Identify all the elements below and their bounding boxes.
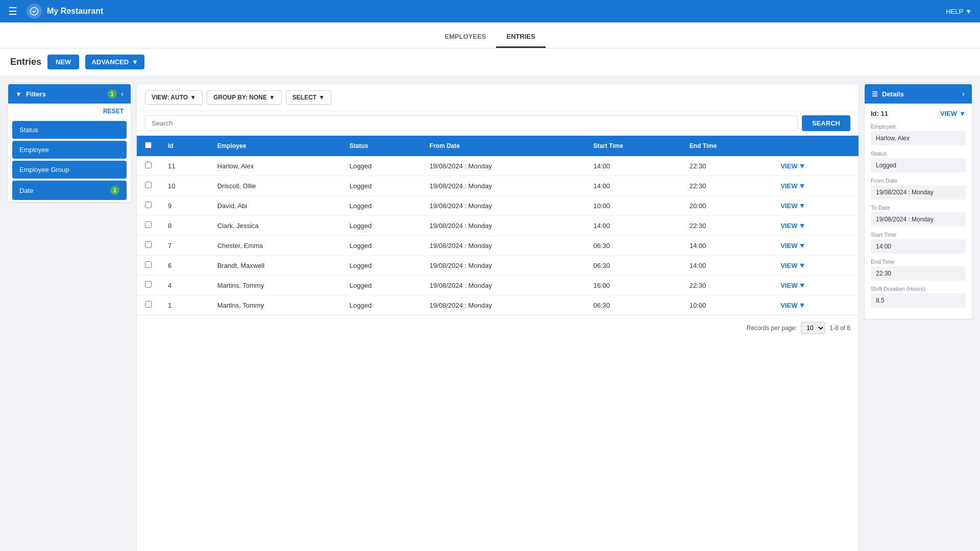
pagination-info: 1-8 of 8 xyxy=(829,324,850,332)
page-title: Entries xyxy=(10,57,41,67)
tab-entries[interactable]: ENTRIES xyxy=(496,27,545,48)
row-view-button[interactable]: VIEW xyxy=(780,222,797,230)
chevron-down-icon: ▼ xyxy=(965,8,972,15)
new-button[interactable]: NEW xyxy=(47,55,79,69)
filter-item-date[interactable]: Date 1 xyxy=(12,181,127,200)
cell-end-time: 14:00 xyxy=(681,236,773,256)
cell-status: Logged xyxy=(341,276,422,295)
cell-id: 9 xyxy=(160,196,209,216)
search-button[interactable]: SEARCH xyxy=(802,115,850,131)
row-checkbox[interactable] xyxy=(145,202,152,208)
top-navigation: ☰ My Restaurant HELP ▼ xyxy=(0,0,980,22)
filters-label: Filters xyxy=(26,90,46,98)
cell-from-date: 19/08/2024 : Monday xyxy=(422,176,585,196)
row-action-dropdown-icon[interactable]: ▼ xyxy=(798,281,805,289)
filters-header: ▼ Filters 1 ‹ xyxy=(8,84,131,104)
row-checkbox[interactable] xyxy=(145,301,152,308)
cell-id: 8 xyxy=(160,216,209,236)
cell-employee: Driscoll, Ollie xyxy=(209,176,341,196)
cell-start-time: 14:00 xyxy=(585,156,681,176)
detail-field-value: 14:00 xyxy=(871,239,966,254)
select-all-checkbox[interactable] xyxy=(145,142,152,148)
chevron-down-icon: ▼ xyxy=(318,94,325,101)
table-row: 9 David, Abi Logged 19/08/2024 : Monday … xyxy=(137,196,859,216)
detail-field-label: End Time xyxy=(871,259,966,265)
row-checkbox[interactable] xyxy=(145,221,152,228)
detail-field: Status Logged xyxy=(871,151,966,172)
advanced-button[interactable]: ADVANCED ▼ xyxy=(85,55,144,69)
cell-status: Logged xyxy=(341,196,422,216)
row-checkbox[interactable] xyxy=(145,241,152,248)
cell-id: 10 xyxy=(160,176,209,196)
row-view-button[interactable]: VIEW xyxy=(780,302,797,309)
col-actions xyxy=(772,136,859,156)
detail-view-link[interactable]: VIEW xyxy=(940,110,957,117)
tab-employees[interactable]: EMPLOYEES xyxy=(434,27,496,48)
filter-employee-group-label: Employee Group xyxy=(19,166,69,173)
row-action-dropdown-icon[interactable]: ▼ xyxy=(798,162,805,170)
row-action-dropdown-icon[interactable]: ▼ xyxy=(798,221,805,230)
cell-id: 7 xyxy=(160,236,209,256)
col-from-date: From Date xyxy=(422,136,585,156)
detail-id: Id: 11 xyxy=(871,110,888,117)
cell-start-time: 14:00 xyxy=(585,216,681,236)
reset-button[interactable]: RESET xyxy=(8,104,131,119)
cell-id: 11 xyxy=(160,156,209,176)
page-header: Entries NEW ADVANCED ▼ xyxy=(0,48,980,76)
entries-table: Id Employee Status From Date Start Time … xyxy=(137,136,859,315)
details-expand-icon[interactable]: › xyxy=(962,89,965,98)
details-header: ☰ Details › xyxy=(865,84,972,104)
row-checkbox[interactable] xyxy=(145,182,152,188)
filter-date-label: Date xyxy=(19,187,33,194)
row-checkbox[interactable] xyxy=(145,162,152,168)
cell-end-time: 10:00 xyxy=(681,295,773,315)
detail-field: Shift Duration (Hours) 8.5 xyxy=(871,286,966,308)
detail-field: To Date 19/08/2024 : Monday xyxy=(871,205,966,227)
row-action-dropdown-icon[interactable]: ▼ xyxy=(798,241,805,249)
cell-from-date: 19/08/2024 : Monday xyxy=(422,216,585,236)
filter-item-employee[interactable]: Employee xyxy=(12,141,127,159)
table-row: 8 Clark, Jessica Logged 19/08/2024 : Mon… xyxy=(137,216,859,236)
group-by-button[interactable]: GROUP BY: NONE ▼ xyxy=(207,90,282,105)
row-action-dropdown-icon[interactable]: ▼ xyxy=(798,301,805,309)
hamburger-icon[interactable]: ☰ xyxy=(8,5,17,17)
row-view-button[interactable]: VIEW xyxy=(780,182,797,190)
details-body: Id: 11 VIEW ▼ Employee Harlow, Alex Stat… xyxy=(865,104,972,319)
row-view-button[interactable]: VIEW xyxy=(780,242,797,249)
detail-field-value: 19/08/2024 : Monday xyxy=(871,185,966,199)
detail-field: From Date 19/08/2024 : Monday xyxy=(871,178,966,199)
detail-dropdown-icon[interactable]: ▼ xyxy=(959,110,966,117)
row-action-dropdown-icon[interactable]: ▼ xyxy=(798,261,805,269)
content-area: VIEW: AUTO ▼ GROUP BY: NONE ▼ SELECT ▼ S… xyxy=(137,84,859,551)
search-input[interactable] xyxy=(145,115,798,131)
filter-item-employee-group[interactable]: Employee Group xyxy=(12,161,127,179)
row-checkbox[interactable] xyxy=(145,261,152,268)
col-employee: Employee xyxy=(209,136,341,156)
cell-start-time: 06:30 xyxy=(585,236,681,256)
view-auto-button[interactable]: VIEW: AUTO ▼ xyxy=(145,90,203,105)
select-button[interactable]: SELECT ▼ xyxy=(286,90,331,105)
row-action-dropdown-icon[interactable]: ▼ xyxy=(798,182,805,190)
help-button[interactable]: HELP ▼ xyxy=(946,8,972,15)
search-bar: SEARCH xyxy=(137,111,859,136)
detail-field: Start Time 14:00 xyxy=(871,232,966,254)
row-action-dropdown-icon[interactable]: ▼ xyxy=(798,202,805,210)
row-view-button[interactable]: VIEW xyxy=(780,202,797,210)
cell-start-time: 06:30 xyxy=(585,295,681,315)
row-checkbox[interactable] xyxy=(145,281,152,288)
row-view-button[interactable]: VIEW xyxy=(780,162,797,170)
row-view-button[interactable]: VIEW xyxy=(780,262,797,269)
cell-from-date: 19/08/2024 : Monday xyxy=(422,236,585,256)
cell-employee: Clark, Jessica xyxy=(209,216,341,236)
cell-end-time: 20:00 xyxy=(681,196,773,216)
detail-field-value: Harlow, Alex xyxy=(871,131,966,145)
cell-start-time: 10:00 xyxy=(585,196,681,216)
per-page-select[interactable]: 10 25 50 xyxy=(801,322,825,334)
table-row: 1 Martins, Tommy Logged 19/08/2024 : Mon… xyxy=(137,295,859,315)
filters-collapse-icon[interactable]: ‹ xyxy=(121,89,124,98)
tab-bar: EMPLOYEES ENTRIES xyxy=(0,22,980,48)
filter-item-status[interactable]: Status xyxy=(12,121,127,139)
detail-field-label: To Date xyxy=(871,205,966,211)
row-view-button[interactable]: VIEW xyxy=(780,282,797,289)
cell-from-date: 19/08/2024 : Monday xyxy=(422,276,585,295)
